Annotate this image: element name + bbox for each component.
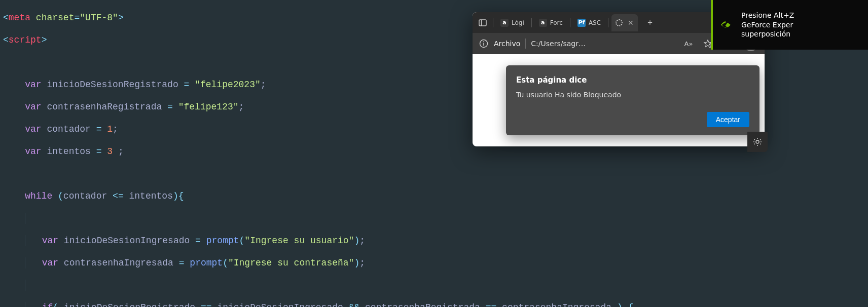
code-line <box>3 168 633 179</box>
code-line: var inicioDeSesionIngresado = prompt("In… <box>3 235 633 246</box>
browser-tab[interactable]: Pf ASC <box>573 14 605 31</box>
dialog-title: Esta página dice <box>516 75 749 85</box>
svg-point-3 <box>483 42 484 43</box>
code-line: if( inicioDeSesionRegistrado == inicioDe… <box>3 302 633 307</box>
separator <box>525 39 526 49</box>
address-label: Archivo <box>494 40 520 48</box>
new-tab-button[interactable]: ＋ <box>643 16 657 30</box>
code-line <box>3 213 633 224</box>
close-icon[interactable]: ✕ <box>628 19 634 27</box>
address-path[interactable]: C:/Users/sagr… <box>531 40 676 48</box>
separator <box>531 18 532 27</box>
code-line: while (contador <= intentos){ <box>3 190 633 202</box>
favicon-icon: Pf <box>577 19 586 27</box>
separator <box>493 18 493 27</box>
separator <box>570 18 570 27</box>
read-aloud-icon[interactable]: A» <box>681 36 696 51</box>
loading-icon <box>616 19 623 26</box>
code-line <box>3 280 633 291</box>
accept-button[interactable]: Aceptar <box>707 112 749 127</box>
favicon-icon: a <box>500 19 509 27</box>
tab-actions-icon[interactable] <box>476 16 490 30</box>
favicon-icon: a <box>539 19 547 27</box>
tab-title: ASC <box>589 19 601 26</box>
tab-title: Lógi <box>512 19 524 26</box>
separator <box>608 18 608 27</box>
code-line: var contrasenhaIngresada = prompt("Ingre… <box>3 257 633 268</box>
tab-title: Forc <box>550 19 563 26</box>
nvidia-overlay: Presione Alt+Z GeForce Exper superposici… <box>711 0 868 50</box>
info-icon[interactable] <box>479 39 489 49</box>
settings-icon[interactable] <box>747 132 768 152</box>
browser-tab[interactable]: a Forc <box>535 14 567 31</box>
nvidia-text: Presione Alt+Z GeForce Exper superposici… <box>741 11 794 40</box>
code-line: var intentos = 3 ; <box>3 146 633 157</box>
browser-tab-active[interactable]: ✕ <box>611 14 638 31</box>
dialog-message: Tu usuario Ha sido Bloqueado <box>516 91 749 99</box>
browser-tab[interactable]: a Lógi <box>496 14 528 31</box>
nvidia-logo-icon <box>720 18 734 32</box>
svg-point-9 <box>756 140 759 143</box>
alert-dialog: Esta página dice Tu usuario Ha sido Bloq… <box>506 65 760 135</box>
svg-rect-0 <box>479 20 486 26</box>
